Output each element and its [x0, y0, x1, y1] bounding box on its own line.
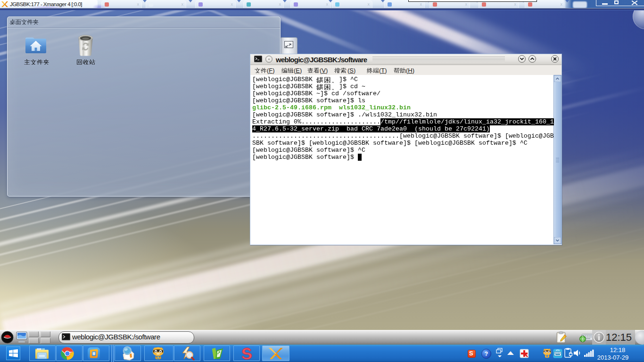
svg-text:?: ? — [485, 351, 488, 357]
